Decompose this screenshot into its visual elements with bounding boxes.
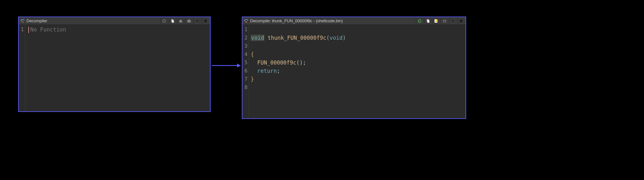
code-token[interactable]: } [251,76,254,82]
code-line[interactable] [251,25,464,34]
copy-button[interactable] [424,18,431,24]
line-number: 2 [242,34,248,42]
code-token[interactable]: FUN_00000f9c [257,59,296,66]
close-button[interactable] [202,18,209,24]
svg-rect-3 [179,20,182,22]
ghidra-icon [20,18,25,24]
code-token[interactable] [264,35,268,41]
code-token[interactable]: No Function [30,26,66,33]
code-body[interactable]: No Function [25,25,210,111]
code-line[interactable]: void thunk_FUN_00000f9c(void) [251,34,464,42]
copy-button[interactable] [169,18,176,24]
text-cursor [28,27,29,33]
snapshot-button[interactable] [441,18,448,24]
line-number: 1 [242,25,248,34]
svg-rect-4 [180,19,181,21]
close-button[interactable] [457,18,464,24]
code-token[interactable]: void [330,35,343,41]
refresh-button[interactable] [416,18,423,24]
code-line[interactable]: { [251,50,464,59]
code-line[interactable]: } [251,75,464,83]
svg-point-14 [444,20,445,22]
code-token[interactable]: { [251,51,254,58]
menu-dropdown-button[interactable] [193,18,200,24]
svg-point-0 [21,21,22,21]
line-number: 6 [242,67,248,75]
menu-dropdown-button[interactable] [449,18,456,24]
code-token[interactable]: ; [277,68,280,74]
line-number: 7 [242,75,248,83]
snapshot-button[interactable] [185,18,192,24]
code-area-left[interactable]: 1 No Function [19,25,210,111]
line-number: 5 [242,59,248,67]
code-token[interactable]: void [251,35,264,41]
code-token[interactable] [251,68,257,74]
svg-rect-2 [172,20,174,23]
decompiler-panel-right: Decompile: thunk_FUN_00000f9c - (shellco… [242,17,466,119]
svg-point-8 [245,21,245,21]
export-button[interactable] [177,18,184,24]
code-token[interactable]: ( [326,35,329,41]
line-number: 4 [242,50,248,59]
svg-rect-13 [444,19,445,20]
line-number: 1 [19,25,24,34]
code-body[interactable]: void thunk_FUN_00000f9c(void){ FUN_00000… [249,25,466,118]
ghidra-icon [244,18,249,24]
code-token[interactable] [251,59,257,66]
titlebar-right: Decompile: thunk_FUN_00000f9c - (shellco… [242,17,466,25]
code-area-right[interactable]: 12345678 void thunk_FUN_00000f9c(void){ … [242,25,466,118]
svg-rect-10 [427,20,429,23]
svg-point-15 [445,20,445,20]
refresh-button[interactable] [160,18,167,24]
code-token[interactable]: thunk_FUN_00000f9c [268,35,326,41]
edit-button[interactable] [432,18,439,24]
svg-point-7 [188,21,190,22]
svg-rect-6 [188,19,190,20]
panel-title: Decompile: thunk_FUN_00000f9c - (shellco… [250,18,343,23]
code-line[interactable] [251,42,464,50]
code-line[interactable] [251,83,464,92]
code-line[interactable]: No Function [27,25,208,34]
decompiler-panel-left: Decompiler 1 No Function [18,17,211,112]
code-token[interactable]: ) [343,35,346,41]
titlebar-left: Decompiler [19,17,210,25]
code-token[interactable]: return [257,68,276,74]
line-number: 3 [242,42,248,50]
panel-title: Decompiler [26,18,47,23]
code-line[interactable]: FUN_00000f9c(); [251,59,464,67]
line-gutter: 12345678 [242,25,249,118]
code-line[interactable]: return; [251,67,464,75]
line-gutter: 1 [19,25,25,111]
arrow-icon [212,63,241,68]
line-number: 8 [242,83,248,92]
code-token[interactable]: (); [296,59,306,66]
